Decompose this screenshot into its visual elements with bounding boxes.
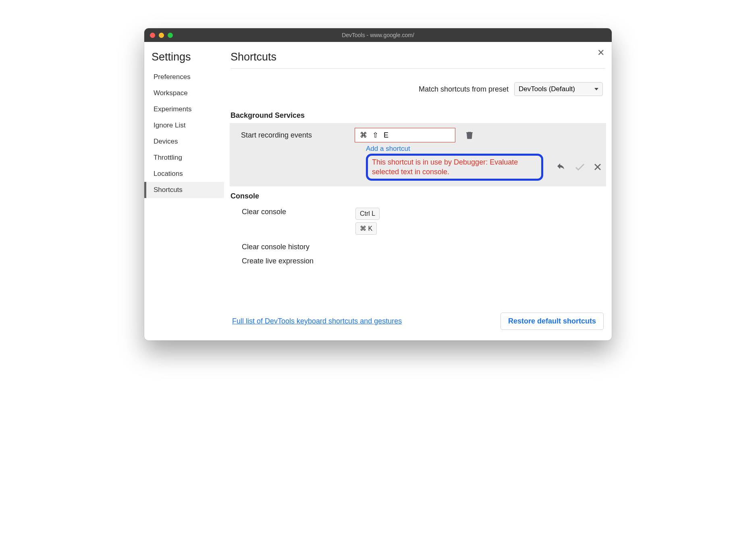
sidebar-item-workspace[interactable]: Workspace (144, 85, 224, 101)
devtools-settings-window: DevTools - www.google.com/ ✕ Settings Pr… (144, 28, 612, 340)
confirm-icon[interactable] (575, 163, 584, 171)
maximize-window-button[interactable] (168, 33, 173, 38)
minimize-window-button[interactable] (159, 33, 164, 38)
close-window-button[interactable] (150, 33, 155, 38)
console-row-clear-history: Clear console history (231, 239, 605, 253)
shortcut-conflict-warning: This shortcut is in use by Debugger: Eva… (366, 154, 543, 181)
sidebar-item-devices[interactable]: Devices (144, 134, 224, 150)
settings-sidebar: Settings Preferences Workspace Experimen… (144, 42, 224, 340)
shortcut-pill-ctrl-l: Ctrl L (355, 208, 380, 220)
shortcuts-panel: Shortcuts Match shortcuts from preset De… (224, 42, 612, 340)
add-shortcut-link[interactable]: Add a shortcut (366, 145, 410, 152)
action-label-start-recording: Start recording events (241, 131, 346, 140)
preset-select-value: DevTools (Default) (519, 85, 575, 93)
preset-row: Match shortcuts from preset DevTools (De… (231, 69, 605, 108)
preset-select[interactable]: DevTools (Default) (514, 82, 603, 96)
action-label-clear-history: Clear console history (242, 243, 347, 251)
shortcut-edit-row: Start recording events ⌘ ⇧ E Add a short… (230, 123, 606, 186)
sidebar-item-experiments[interactable]: Experiments (144, 101, 224, 117)
action-label-clear-console: Clear console (242, 208, 347, 216)
shortcut-input[interactable]: ⌘ ⇧ E (355, 128, 455, 142)
preset-label: Match shortcuts from preset (419, 85, 509, 94)
console-row-clear-console: Clear console Ctrl L ⌘ K (231, 204, 605, 239)
chevron-down-icon (594, 88, 598, 90)
sidebar-item-throttling[interactable]: Throttling (144, 150, 224, 166)
section-background-services-header: Background Services (231, 111, 605, 120)
titlebar: DevTools - www.google.com/ (144, 28, 612, 42)
console-row-live-expression: Create live expression (231, 253, 605, 267)
full-list-link[interactable]: Full list of DevTools keyboard shortcuts… (232, 317, 402, 325)
shortcut-pill-cmd-k: ⌘ K (355, 222, 377, 235)
close-panel-button[interactable]: ✕ (597, 48, 604, 58)
traffic-lights (150, 33, 173, 38)
restore-defaults-button[interactable]: Restore default shortcuts (501, 313, 604, 330)
window-title: DevTools - www.google.com/ (342, 32, 414, 38)
action-label-live-expression: Create live expression (242, 257, 314, 265)
footer-row: Full list of DevTools keyboard shortcuts… (231, 305, 605, 333)
sidebar-item-locations[interactable]: Locations (144, 166, 224, 182)
sidebar-item-preferences[interactable]: Preferences (144, 69, 224, 85)
delete-shortcut-button[interactable] (466, 131, 473, 139)
section-console-header: Console (231, 192, 605, 200)
sidebar-item-ignore-list[interactable]: Ignore List (144, 117, 224, 134)
panel-title: Shortcuts (231, 51, 605, 69)
sidebar-item-shortcuts[interactable]: Shortcuts (144, 182, 224, 198)
undo-icon[interactable] (556, 163, 566, 171)
content-area: ✕ Settings Preferences Workspace Experim… (144, 42, 612, 340)
cancel-icon[interactable] (594, 163, 601, 171)
sidebar-title: Settings (144, 51, 224, 69)
